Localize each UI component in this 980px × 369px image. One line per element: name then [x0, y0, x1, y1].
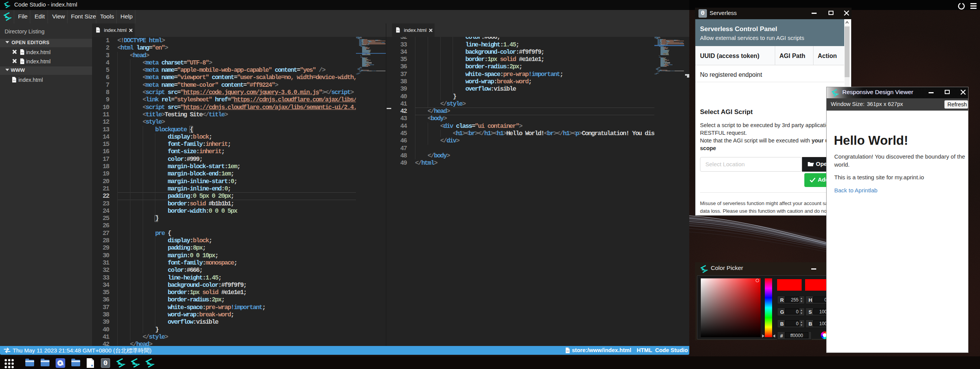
- svg-text:<>: <>: [21, 51, 24, 54]
- svg-text:<>: <>: [566, 350, 569, 352]
- svg-text:<>: <>: [21, 61, 24, 63]
- svg-text:<>: <>: [13, 79, 16, 81]
- svg-text:<>: <>: [397, 29, 399, 31]
- svg-text:<>: <>: [97, 29, 99, 31]
